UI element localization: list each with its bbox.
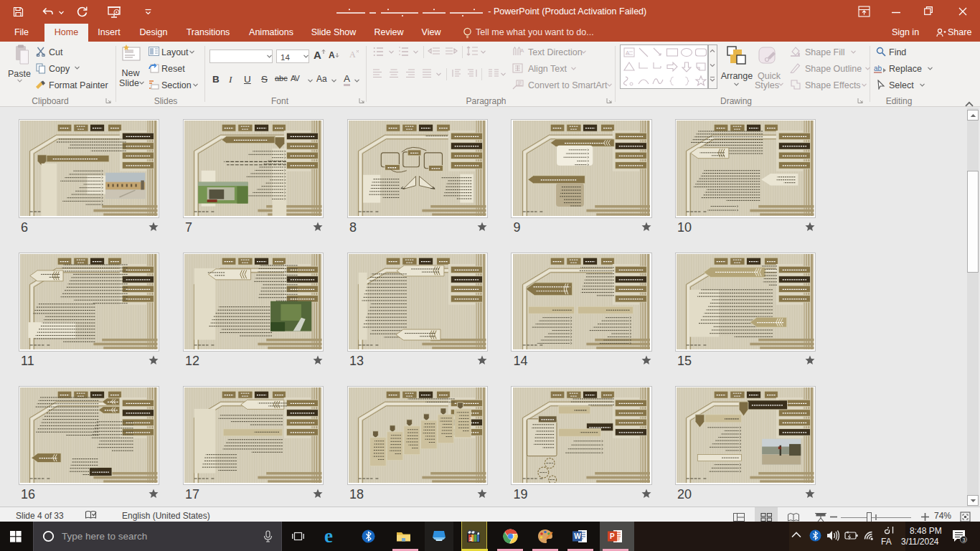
- svg-text:3: 3: [962, 537, 965, 543]
- svg-text:W: W: [574, 532, 581, 540]
- svg-text:A: A: [349, 50, 356, 60]
- svg-text:P: P: [610, 532, 615, 540]
- svg-text:ab: ab: [874, 65, 882, 72]
- svg-text:3: 3: [469, 536, 473, 542]
- svg-text:A: A: [520, 47, 524, 54]
